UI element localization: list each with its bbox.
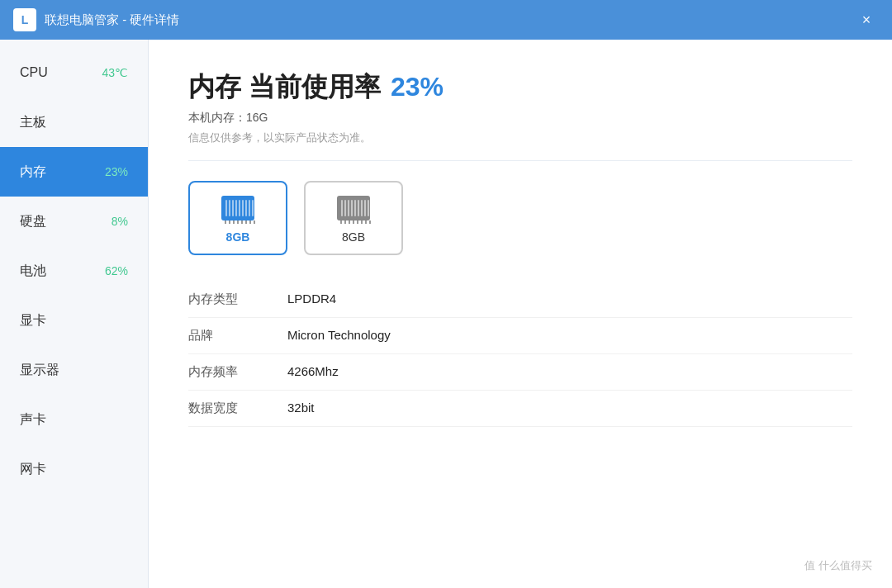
svg-rect-25 bbox=[361, 200, 363, 216]
sidebar-item-label-gpu: 显卡 bbox=[20, 312, 46, 330]
info-table: 内存类型LPDDR4品牌Micron Technology内存频率4266Mhz… bbox=[188, 282, 852, 427]
sidebar-item-label-monitor: 显示器 bbox=[20, 362, 59, 379]
info-value-0: LPDDR4 bbox=[287, 282, 852, 318]
info-label-1: 品牌 bbox=[188, 318, 287, 354]
sidebar-item-value-memory: 23% bbox=[105, 165, 128, 178]
svg-rect-24 bbox=[358, 200, 359, 216]
sidebar-item-label-memory: 内存 bbox=[20, 164, 46, 181]
title-bar: L 联想电脑管家 - 硬件详情 × bbox=[0, 0, 892, 40]
svg-rect-26 bbox=[364, 200, 366, 216]
svg-rect-13 bbox=[237, 220, 239, 224]
title-bar-left: L 联想电脑管家 - 硬件详情 bbox=[13, 8, 179, 31]
svg-rect-7 bbox=[245, 200, 247, 216]
svg-rect-19 bbox=[341, 200, 343, 216]
info-label-3: 数据宽度 bbox=[188, 391, 287, 427]
sidebar-item-soundcard[interactable]: 声卡 bbox=[0, 395, 148, 444]
sidebar: CPU43℃主板内存23%硬盘8%电池62%显卡显示器声卡网卡 bbox=[0, 40, 149, 588]
svg-rect-15 bbox=[245, 220, 247, 224]
svg-rect-23 bbox=[354, 200, 356, 216]
sidebar-item-monitor[interactable]: 显示器 bbox=[0, 345, 148, 395]
memory-slot-label-slot2: 8GB bbox=[342, 230, 365, 244]
sidebar-item-nic[interactable]: 网卡 bbox=[0, 444, 148, 494]
sidebar-item-label-nic: 网卡 bbox=[20, 461, 46, 478]
svg-rect-9 bbox=[252, 200, 254, 216]
svg-rect-30 bbox=[349, 220, 350, 224]
memory-chip-icon bbox=[334, 192, 373, 224]
sidebar-item-gpu[interactable]: 显卡 bbox=[0, 296, 148, 345]
memory-slot-label-slot1: 8GB bbox=[226, 230, 250, 244]
content-header: 内存 当前使用率 23% 本机内存：16G 信息仅供参考，以实际产品状态为准。 bbox=[188, 69, 852, 161]
sidebar-item-label-battery: 电池 bbox=[20, 263, 46, 280]
svg-rect-34 bbox=[365, 220, 367, 224]
sidebar-item-label-cpu: CPU bbox=[20, 65, 48, 80]
memory-slot-slot2[interactable]: 8GB bbox=[304, 181, 403, 255]
sidebar-item-label-motherboard: 主板 bbox=[20, 114, 46, 131]
content-title-percent: 23% bbox=[391, 72, 444, 102]
svg-rect-2 bbox=[229, 200, 230, 216]
svg-rect-28 bbox=[340, 220, 342, 224]
svg-rect-35 bbox=[369, 220, 371, 224]
app-logo: L bbox=[13, 8, 36, 31]
watermark: 值 什么值得买 bbox=[804, 558, 872, 573]
info-value-3: 32bit bbox=[287, 391, 852, 427]
svg-rect-20 bbox=[344, 200, 346, 216]
svg-rect-6 bbox=[242, 200, 244, 216]
content-area: 内存 当前使用率 23% 本机内存：16G 信息仅供参考，以实际产品状态为准。 … bbox=[149, 40, 892, 588]
svg-rect-17 bbox=[254, 220, 255, 224]
title-text: 联想电脑管家 - 硬件详情 bbox=[45, 12, 179, 28]
svg-rect-27 bbox=[368, 200, 369, 216]
main-layout: CPU43℃主板内存23%硬盘8%电池62%显卡显示器声卡网卡 内存 当前使用率… bbox=[0, 40, 892, 588]
svg-rect-8 bbox=[249, 200, 250, 216]
svg-rect-4 bbox=[235, 200, 237, 216]
info-value-1: Micron Technology bbox=[287, 318, 852, 354]
sidebar-item-value-cpu: 43℃ bbox=[102, 66, 128, 79]
memory-chip-icon bbox=[218, 192, 258, 224]
content-title: 内存 当前使用率 23% bbox=[188, 69, 852, 106]
svg-rect-5 bbox=[239, 200, 240, 216]
sidebar-item-disk[interactable]: 硬盘8% bbox=[0, 197, 148, 246]
svg-rect-22 bbox=[351, 200, 353, 216]
sidebar-item-label-soundcard: 声卡 bbox=[20, 411, 46, 429]
svg-rect-1 bbox=[225, 200, 227, 216]
content-title-main: 内存 当前使用率 bbox=[188, 69, 381, 106]
svg-rect-33 bbox=[361, 220, 363, 224]
sidebar-item-cpu[interactable]: CPU43℃ bbox=[0, 48, 148, 97]
memory-slots: 8GB8GB bbox=[188, 181, 852, 255]
memory-slot-slot1[interactable]: 8GB bbox=[188, 181, 287, 255]
sidebar-item-motherboard[interactable]: 主板 bbox=[0, 97, 148, 147]
sidebar-item-value-battery: 62% bbox=[105, 264, 128, 277]
content-subtitle: 本机内存：16G bbox=[188, 111, 852, 126]
info-label-0: 内存类型 bbox=[188, 282, 287, 318]
svg-rect-12 bbox=[233, 220, 235, 224]
sidebar-item-battery[interactable]: 电池62% bbox=[0, 246, 148, 296]
info-label-2: 内存频率 bbox=[188, 354, 287, 391]
svg-rect-11 bbox=[229, 220, 230, 224]
svg-rect-21 bbox=[348, 200, 349, 216]
sidebar-item-value-disk: 8% bbox=[112, 215, 128, 228]
svg-rect-14 bbox=[241, 220, 243, 224]
content-notice: 信息仅供参考，以实际产品状态为准。 bbox=[188, 130, 852, 161]
svg-rect-32 bbox=[357, 220, 358, 224]
info-value-2: 4266Mhz bbox=[287, 354, 852, 391]
svg-rect-16 bbox=[249, 220, 251, 224]
svg-rect-3 bbox=[232, 200, 234, 216]
svg-rect-31 bbox=[353, 220, 354, 224]
sidebar-item-label-disk: 硬盘 bbox=[20, 213, 46, 230]
close-button[interactable]: × bbox=[854, 7, 879, 32]
sidebar-item-memory[interactable]: 内存23% bbox=[0, 147, 148, 197]
svg-rect-10 bbox=[225, 220, 226, 224]
svg-rect-29 bbox=[344, 220, 346, 224]
